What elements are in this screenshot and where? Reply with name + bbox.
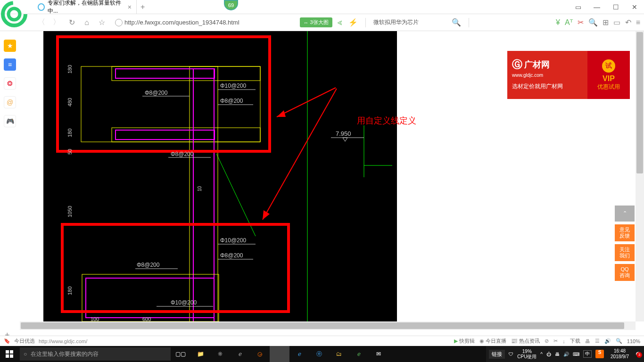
- sidebar-at-icon[interactable]: @: [4, 96, 16, 108]
- edge-icon[interactable]: ℯ: [289, 346, 309, 362]
- ad-logo: Ⓖ广材网: [512, 58, 583, 72]
- ad-try-badge: 试: [602, 59, 615, 73]
- app2-icon[interactable]: ◶: [250, 346, 270, 362]
- svg-point-1: [8, 8, 20, 20]
- tray-link[interactable]: 链接: [489, 350, 505, 359]
- mail-icon[interactable]: ✉: [369, 346, 388, 362]
- tray-up-icon[interactable]: ^: [540, 352, 543, 357]
- notification-badge[interactable]: 69: [224, 0, 238, 10]
- wallet-icon[interactable]: ¥: [556, 18, 560, 27]
- svg-text:180: 180: [67, 65, 73, 74]
- sidebar-favorites-icon[interactable]: ★: [4, 40, 16, 52]
- sound-icon[interactable]: 🔊: [604, 338, 611, 344]
- scissors-icon[interactable]: ✂: [578, 18, 584, 27]
- bolt-icon[interactable]: ⚡: [348, 18, 358, 27]
- explorer-icon[interactable]: 🗂: [329, 346, 349, 362]
- scroll-top-button[interactable]: ⌃: [615, 206, 635, 222]
- today-pick-icon: 🔖: [4, 338, 10, 344]
- tray-shield-icon[interactable]: 🛡: [509, 352, 513, 357]
- window-maximize-icon[interactable]: ☐: [606, 0, 625, 14]
- 360browser-icon[interactable]: ℯ: [349, 346, 369, 362]
- image-count-button[interactable]: ↔ 3张大图: [300, 17, 332, 27]
- tray-keyboard-icon[interactable]: ⌨: [573, 352, 579, 357]
- window-pip-icon[interactable]: ▭: [569, 0, 587, 14]
- adblock-icon[interactable]: ⊘: [545, 338, 549, 344]
- new-tab-button[interactable]: +: [140, 3, 145, 11]
- cad-drawing: 180 480 180 50 1050 180 100 600 10 Φ8@20…: [43, 31, 397, 330]
- svg-rect-12: [193, 69, 214, 330]
- ad-banner[interactable]: Ⓖ广材网 www.gldjc.com 选材定价就用广材网 试 VIP 优惠试用: [507, 51, 630, 99]
- misc-icon[interactable]: ☰: [595, 338, 600, 344]
- tray-cpu[interactable]: 19% CPU使用: [517, 349, 537, 359]
- svg-line-17: [277, 88, 336, 117]
- tray-printer-icon[interactable]: 🖶: [555, 352, 560, 357]
- tray-clock[interactable]: 16:48 2018/9/7: [608, 348, 632, 360]
- separator: [469, 18, 469, 27]
- svg-rect-10: [116, 69, 215, 78]
- svg-text:Φ10@200: Φ10@200: [171, 299, 197, 306]
- tray-sogou-icon[interactable]: S: [595, 350, 604, 358]
- start-button[interactable]: [0, 346, 19, 362]
- tray-power-icon[interactable]: ⏻: [546, 352, 551, 357]
- follow-button[interactable]: 关注 我们: [615, 244, 635, 261]
- news-ticker[interactable]: 微软拟用华为芯片: [373, 18, 419, 26]
- tray-ime[interactable]: 中: [583, 350, 592, 358]
- hover-url: http://www.gldjc.com/: [39, 338, 87, 344]
- nav-back-icon[interactable]: 〈: [36, 17, 47, 28]
- print-icon[interactable]: 🖶: [585, 338, 590, 344]
- live-link[interactable]: ◉今日直播: [479, 337, 506, 345]
- qq-consult-button[interactable]: QQ 咨询: [615, 264, 635, 281]
- svg-text:Φ8@200: Φ8@200: [220, 98, 243, 104]
- app1-icon[interactable]: ❋: [210, 346, 230, 362]
- nav-favorite-icon[interactable]: ☆: [96, 17, 107, 28]
- sidebar-news-icon[interactable]: ≡: [4, 58, 16, 71]
- ie-icon[interactable]: ⓔ: [309, 346, 329, 362]
- nav-forward-icon[interactable]: 〉: [51, 17, 62, 28]
- sidebar-game-icon[interactable]: 🎮: [4, 115, 16, 127]
- apps-icon[interactable]: ⊞: [603, 18, 609, 27]
- download-icon[interactable]: ↓: [562, 338, 565, 344]
- download-label[interactable]: 下载: [570, 337, 580, 345]
- today-pick-label[interactable]: 今日优选: [14, 337, 35, 345]
- edge-classic-icon[interactable]: ℯ: [230, 346, 250, 362]
- svg-marker-20: [263, 210, 270, 220]
- reader-icon[interactable]: ▭: [613, 18, 620, 27]
- magnify-icon[interactable]: 🔍: [588, 18, 598, 27]
- right-toolbar: ¥ Aᵀ ✂ 🔍 ⊞ ▭ ↶ ≡: [556, 18, 640, 27]
- scrollbar-horizontal[interactable]: [20, 321, 636, 330]
- url-box[interactable]: http://e.fwxgx.com/question_1934748.html: [115, 19, 239, 26]
- taskview-icon[interactable]: ▢▢: [171, 346, 190, 362]
- tray-notification-icon[interactable]: 💬: [636, 352, 641, 357]
- folder-icon[interactable]: 📁: [190, 346, 210, 362]
- share-icon[interactable]: ⪡: [336, 18, 344, 27]
- undo-icon[interactable]: ↶: [625, 18, 631, 27]
- zoom-level[interactable]: 110%: [627, 338, 640, 344]
- translate-icon[interactable]: Aᵀ: [565, 18, 573, 27]
- kuaijianjie-link[interactable]: ▶快剪辑: [454, 337, 475, 345]
- window-close-icon[interactable]: ✕: [625, 0, 644, 14]
- zoom-icon[interactable]: 🔍: [616, 338, 622, 344]
- sidebar-weibo-icon[interactable]: ❂: [4, 77, 16, 90]
- cortana-search[interactable]: ○ 在这里输入你要搜索的内容: [20, 347, 171, 361]
- svg-text:Φ8@200: Φ8@200: [137, 262, 160, 268]
- svg-text:180: 180: [67, 287, 73, 295]
- scrollbar-vertical[interactable]: [636, 31, 644, 321]
- hot-link[interactable]: 📰热点资讯: [511, 337, 540, 345]
- tab-close-icon[interactable]: ×: [128, 3, 132, 11]
- nav-home-icon[interactable]: ⌂: [81, 17, 92, 28]
- url-text: http://e.fwxgx.com/question_1934748.html: [124, 19, 239, 26]
- tray-volume-icon[interactable]: 🔊: [563, 352, 569, 357]
- float-buttons: ⌃ 意见 反馈 关注 我们 QQ 咨询: [615, 206, 635, 281]
- browser-tab[interactable]: 专家们求解，在钢筋算量软件中... ×: [33, 0, 137, 14]
- ad-url: www.gldjc.com: [512, 73, 583, 78]
- window-minimize-icon[interactable]: —: [587, 0, 606, 14]
- svg-rect-14: [82, 274, 219, 321]
- svg-rect-11: [116, 130, 215, 140]
- browser-logo-icon[interactable]: [0, 0, 28, 28]
- screenshot-icon[interactable]: ✂: [553, 338, 558, 344]
- nav-reload-icon[interactable]: ↻: [66, 17, 77, 28]
- menu-icon[interactable]: ≡: [636, 18, 640, 27]
- windows-taskbar: ○ 在这里输入你要搜索的内容 ▢▢ 📁 ❋ ℯ ◶ ℯ ⓔ 🗂 ℯ ✉ 链接 🛡…: [0, 346, 644, 362]
- feedback-button[interactable]: 意见 反馈: [615, 224, 635, 241]
- search-icon[interactable]: 🔍: [452, 18, 461, 27]
